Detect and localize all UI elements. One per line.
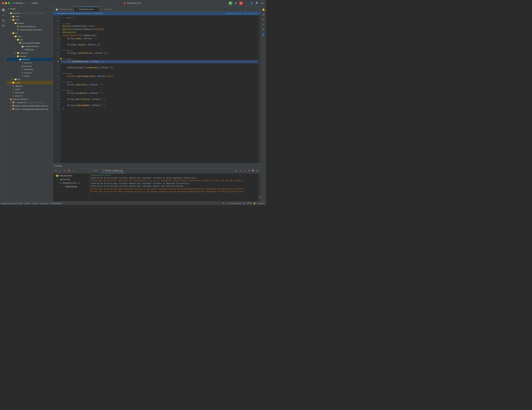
bc-jakarta[interactable]: jakarta [25,202,30,204]
search-icon[interactable]: 🔍 [255,1,259,5]
tree-web-xml[interactable]: ▶ ⚙ web.xml [7,61,53,64]
right-notifications-icon[interactable]: 🔔 [262,8,266,12]
status-lf[interactable]: LF [243,202,245,204]
tree-src-folder[interactable]: ▾ 📁 src [7,31,53,35]
log-clear-btn[interactable]: ✕ [259,199,261,201]
more-actions-icon[interactable]: ⋯ [245,1,248,5]
panel-header-title: Project [10,8,16,10]
right-ai-icon[interactable]: AI [262,22,266,27]
log-restart-btn[interactable]: ↻ [234,169,238,173]
tree-mvnw-cmd[interactable]: ▶ m mvnw.cmd [7,91,53,94]
code-line-26: WebInitParam[] initParams() default {}; [63,66,258,69]
tree-main-folder[interactable]: ▾ 📁 main [7,35,53,38]
tree-resources-folder[interactable]: ▶ 📁 resources [7,51,53,55]
right-user-icon[interactable]: 👤 [262,32,266,36]
editor-scrollbar[interactable] [258,15,261,163]
log-stop-btn[interactable]: ■ [243,169,247,173]
tree-hello-servlet[interactable]: ▶ ☕ HelloServlet.java [7,45,53,48]
tree-apiguardian[interactable]: ▶ 📦 Maven: org.apiguardian:apiguardian-a… [7,108,53,111]
svc-tomcat-instance[interactable]: ▾ ⚙ Tomcat 10.1.23 [loc [53,181,89,185]
maximize-button[interactable] [8,2,10,4]
choose-sources-link[interactable]: Choose Sources... [243,12,259,14]
services-filter-btn[interactable]: ≡ [63,169,66,173]
tree-ext-libs[interactable]: ▾ 📚 External Libraries [7,98,53,101]
code-content[interactable]: // import ... 2 usages @Target({ElementT… [61,15,258,163]
tree-pom-xml[interactable]: ▶ m pom.xml [7,94,53,98]
svc-tomcat-server[interactable]: ▾ 🐱 Tomcat Server [53,174,89,178]
ide-settings-icon[interactable]: ⚙ [260,1,264,5]
bc-webservlet[interactable]: @ WebServlet [50,202,62,204]
sidebar-item-more[interactable]: ⋯ [1,29,6,34]
close-button[interactable] [2,2,4,4]
tab-close-button[interactable]: ✕ [95,8,97,10]
services-expand-btn[interactable]: ▾ [54,169,57,173]
sidebar-item-structure[interactable] [1,18,6,23]
project-selector[interactable]: W WebTest ▾ [13,2,25,4]
tree-java-folder[interactable]: ▾ 📁 java [7,38,53,41]
tree-index-html[interactable]: ▶ <> index.html [7,68,53,71]
log-settings-btn[interactable]: ⚙ [256,169,259,173]
tree-maven-wrapper-jar[interactable]: ▶ 🗜 maven-wrapper.jar [7,25,53,28]
tree-idea-folder[interactable]: ▶ 📁 .idea [7,15,53,18]
log-search-btn[interactable]: 🔍 [251,169,255,173]
sidebar-item-commit[interactable] [1,13,6,18]
log-forward-btn[interactable]: ↷ [238,169,242,173]
profile-icon[interactable]: 👤 [250,1,253,5]
bc-jar[interactable]: jakarta.servlet-api-5.0.0.jar [1,202,23,204]
svc-running[interactable]: ✓ ▾ ▶ Running [53,178,89,181]
download-sources-link[interactable]: Download Sources [226,12,241,14]
tree-apiguardian-label: Maven: org.apiguardian:apiguardian-ap [15,108,48,110]
tree-jakarta-servlet[interactable]: ▶ 📦 Maven: jakarta.servlet:jakarta.servl… [7,104,53,108]
tree-root[interactable]: ▾ 📁 WebTest ~/Desktop/CS/JavaEE/1 JavaWe [7,12,53,15]
tree-mvnw[interactable]: ▶ m mvnw [7,88,53,91]
tree-package-folder[interactable]: ▾ 📦 com.example.webtest [7,41,53,45]
editor-settings-icon[interactable]: ⋯ [256,7,260,11]
status-indent[interactable]: 4 spaces [257,202,265,204]
tree-icon-png[interactable]: ▶ 🖼 icon.png [7,64,53,68]
tree-test-js[interactable]: ▶ ⬡ test.js [7,74,53,78]
log-content[interactable]: Connected to server [2024-05-03 06:39:20… [89,173,258,201]
log-scroll-up-btn[interactable]: ▲ [259,174,261,176]
log-tab-catalina[interactable]: ⊞ Tomcat Catalina Log [100,168,125,173]
bc-servlet[interactable]: servlet [32,202,38,204]
log-tab-server[interactable]: Server [91,168,100,173]
tree-webinf-folder[interactable]: ▾ 📁 WEB-INF [7,58,53,61]
sidebar-item-plugins[interactable] [1,23,6,28]
tree-target-folder[interactable]: ▶ 📁 target [7,81,53,84]
settings-icon[interactable]: ⚙ [234,1,238,5]
stop-button[interactable]: ■ [239,1,243,5]
tree-gitignore[interactable]: ▶ ◉ .gitignore [7,84,53,88]
tree-mvn-folder[interactable]: ▾ 📁 .mvn [7,18,53,21]
tree-web-xml-label: web.xml [24,62,31,64]
log-format-btn[interactable]: ≡ [259,194,261,196]
status-gear[interactable]: ⚙ [222,202,224,204]
log-reload-btn[interactable]: ⟳ [247,169,251,173]
tab-index-html[interactable]: <> index.html [99,7,114,11]
svg-rect-3 [3,10,4,11]
right-database-icon[interactable]: 🗄 [262,13,266,17]
minimize-button[interactable] [5,2,7,4]
branch-selector[interactable]: ⑂ master ▾ [30,2,40,4]
tree-style-css[interactable]: ▶ ■ style.css [7,71,53,74]
services-collapse-btn[interactable]: △ [58,169,62,173]
status-encoding[interactable]: UTF-8 [247,202,252,204]
svc-webapp[interactable]: ✓ ⬡ WebTest:war [53,185,89,189]
bc-annotation[interactable]: annotation [39,202,48,204]
status-check[interactable]: ✓ [226,202,227,204]
tree-test-servlet[interactable]: ▶ ⊙ TestServlet [7,48,53,51]
tab-web-servlet[interactable]: ⊙ WebServlet.class ✕ [75,7,99,11]
log-pin-btn[interactable]: 📌 [259,196,261,198]
tree-corretto[interactable]: ▶ 📦 < corretto-11 > /Users/eve/Library/J… [7,101,53,104]
tree-maven-wrapper-props[interactable]: ▶ 🔧 maven-wrapper.properties [7,28,53,31]
sidebar-item-project[interactable] [1,8,6,12]
tree-test-folder[interactable]: ▶ 📁 test [7,78,53,81]
tree-webapp-folder[interactable]: ▾ 📁 webapp [7,55,53,58]
run-button[interactable]: ▶ [228,1,232,5]
right-gpt-icon[interactable]: ⊕ [262,27,266,31]
tree-wrapper-folder[interactable]: ▾ 📁 wrapper [7,21,53,25]
services-add-btn[interactable]: + [71,169,75,173]
java-icon: ☕ [56,8,58,10]
tab-test-servlet[interactable]: ☕ TestServlet.java [54,7,75,11]
right-maven-icon[interactable]: m [262,18,266,21]
services-pin-btn[interactable]: 📌 [67,169,70,173]
